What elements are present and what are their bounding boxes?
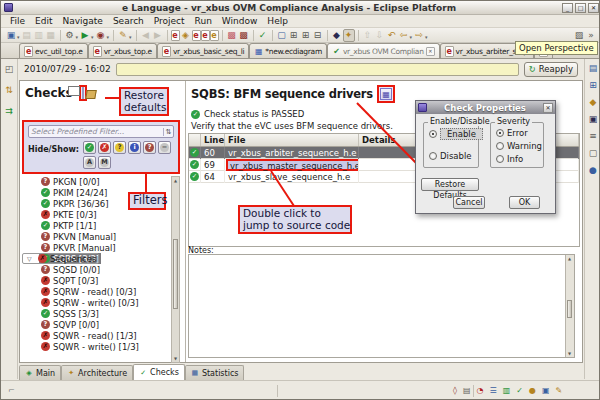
scroll-down-icon[interactable]: ▼: [172, 356, 179, 361]
fastview-icon[interactable]: ◰: [5, 64, 14, 74]
search-view-icon[interactable]: ●: [589, 165, 597, 175]
restore-defaults-icon[interactable]: [82, 87, 84, 99]
tree-item[interactable]: ✗PKTE [0/3]: [22, 209, 170, 220]
scroll-up-icon[interactable]: ▲: [566, 256, 573, 261]
menu-window[interactable]: Window: [217, 16, 263, 26]
perspective-icon[interactable]: ▨: [573, 29, 585, 42]
color-stack-icon[interactable]: ☰: [490, 386, 497, 395]
e-file-icon[interactable]: e: [192, 30, 201, 41]
reapply-button[interactable]: ↻Reapply: [524, 62, 578, 77]
build-view-icon[interactable]: ▣: [589, 114, 598, 124]
annotated-file-cell[interactable]: vr_xbus_master_sequence_h.e: [226, 159, 359, 171]
show-passed-filter-button[interactable]: ✓: [83, 141, 96, 154]
menu-search[interactable]: Search: [108, 16, 149, 26]
menu-file[interactable]: File: [5, 16, 30, 26]
chevron-down-icon[interactable]: ▾: [91, 34, 94, 40]
print-icon[interactable]: ▦: [45, 29, 57, 42]
show-disabled-filter-button[interactable]: −: [158, 141, 171, 154]
e-package-icon[interactable]: e: [210, 30, 219, 41]
chevron-down-icon[interactable]: ▾: [107, 34, 110, 40]
eraser-icon[interactable]: ◊: [453, 386, 457, 395]
debug-icon[interactable]: ◉: [95, 29, 107, 42]
e-class-icon[interactable]: e: [201, 30, 210, 41]
save-all-icon[interactable]: ▥: [33, 29, 45, 42]
add-view-icon[interactable]: ⊞: [300, 29, 312, 42]
chevron-down-icon[interactable]: ▾: [129, 34, 132, 40]
run-icon[interactable]: ▶: [79, 29, 91, 42]
outline-view-icon[interactable]: ▤: [589, 63, 598, 73]
tab-vr-xbus-top[interactable]: evr_xbus_top.e: [88, 43, 157, 58]
notes-textarea[interactable]: [189, 255, 565, 357]
tree-item[interactable]: ✗SQPT [0/3]: [22, 275, 170, 286]
filter-expression-input[interactable]: [116, 63, 519, 76]
tree-item[interactable]: ?SQVP [0/0]: [22, 319, 170, 330]
external-tools-icon[interactable]: ⚙: [64, 29, 76, 42]
radio-icon[interactable]: [429, 130, 437, 138]
tab-architecture[interactable]: ✦Architecture: [61, 365, 133, 380]
show-failed-filter-button[interactable]: ✗: [98, 141, 111, 154]
tree-item[interactable]: ?PKGN [0/0]: [22, 176, 170, 187]
show-info-filter-button[interactable]: i: [128, 141, 141, 154]
last-edit-icon[interactable]: ↶: [386, 29, 398, 42]
scrollbar-thumb[interactable]: [567, 300, 572, 318]
show-manual-filter-button[interactable]: ?: [143, 141, 156, 154]
e-browser-icon[interactable]: ◈: [180, 29, 192, 42]
chevron-down-icon[interactable]: ▾: [76, 34, 79, 40]
blue-doc-icon[interactable]: ◔: [477, 386, 484, 395]
maximize-button[interactable]: □: [575, 3, 586, 13]
code-style-icon[interactable]: ✎: [117, 29, 129, 42]
close-button[interactable]: ✕: [588, 3, 599, 13]
tree-item[interactable]: ✓PKTP [1/1]: [22, 220, 170, 231]
tree-group-sequences[interactable]: ▽✗Sequences: [22, 253, 99, 264]
add-view-icon[interactable]: ⊞: [288, 29, 300, 42]
tab-main[interactable]: ◈Main: [19, 365, 61, 380]
panel-divider[interactable]: [185, 81, 186, 362]
show-manual-only-filter-button[interactable]: M: [98, 156, 111, 169]
tab-vr-xbus-basic-seq[interactable]: evr_xbus_basic_seq_li: [157, 43, 249, 58]
close-tab-icon[interactable]: ✕: [426, 47, 435, 56]
orange-pencil-icon[interactable]: ✎: [555, 386, 562, 395]
radio-icon[interactable]: [496, 142, 504, 150]
enable-radio-option[interactable]: Enable: [429, 128, 483, 140]
menu-help[interactable]: Help: [262, 16, 293, 26]
show-warning-filter-button[interactable]: ?: [113, 141, 126, 154]
tab-evc-util-top[interactable]: eevc_util_top.e: [19, 43, 88, 58]
menu-run[interactable]: Run: [190, 16, 217, 26]
twisty-open-icon[interactable]: ▽: [27, 255, 36, 262]
notes-scrollbar[interactable]: ▲ ▼: [565, 255, 574, 357]
new-wizard-icon[interactable]: ▣: [5, 29, 17, 42]
menu-edit[interactable]: Edit: [30, 16, 57, 26]
tree-item[interactable]: ?PKVR [Manual]: [22, 242, 170, 253]
cancel-button[interactable]: Cancel: [453, 196, 485, 209]
window-layout-icon[interactable]: ▢: [276, 29, 288, 42]
remove-view-icon[interactable]: ⊟: [312, 29, 324, 42]
types-view-icon[interactable]: ⊞: [589, 80, 597, 90]
predefined-filter-combo[interactable]: ⇅: [28, 125, 174, 138]
dialog-title-bar[interactable]: Check Properties ✕: [416, 101, 555, 114]
scroll-up-icon[interactable]: ▲: [172, 178, 179, 183]
save-icon[interactable]: ▤: [21, 29, 33, 42]
scrollbar-thumb[interactable]: [173, 239, 178, 309]
info-radio-option[interactable]: Info: [496, 154, 523, 164]
e-module-icon[interactable]: e: [171, 30, 180, 41]
error-radio-option[interactable]: Error: [496, 128, 528, 138]
tree-scrollbar[interactable]: ▲ ▼: [171, 176, 180, 363]
restore-defaults-button[interactable]: Restore Defaults: [421, 178, 479, 191]
highlight-icon[interactable]: ✦: [343, 29, 355, 42]
tree-item[interactable]: ✗SQWR - write() [1/3]: [22, 341, 170, 352]
forward-icon[interactable]: ⇨: [413, 29, 425, 42]
back-icon[interactable]: ⇦: [398, 29, 410, 42]
tree-item[interactable]: ?SQSD [0/0]: [22, 264, 170, 275]
nav-down-icon[interactable]: ⇩: [374, 29, 386, 42]
minimize-button[interactable]: _: [562, 3, 573, 13]
compliance-icon[interactable]: ✓: [257, 29, 269, 42]
chevron-down-icon[interactable]: ▾: [17, 34, 20, 40]
menu-project[interactable]: Project: [149, 16, 190, 26]
tree-item[interactable]: ✗SQRW - read() [0/3]: [22, 286, 170, 297]
tree-item[interactable]: ✓SQSS [3/3]: [22, 308, 170, 319]
link-with-editor-icon[interactable]: ⇉: [5, 106, 13, 116]
tree-item[interactable]: ?PKVN [Manual]: [22, 231, 170, 242]
radio-icon[interactable]: [496, 129, 504, 137]
show-all-filter-button[interactable]: A: [83, 156, 96, 169]
check-properties-button[interactable]: ▦: [380, 88, 392, 100]
